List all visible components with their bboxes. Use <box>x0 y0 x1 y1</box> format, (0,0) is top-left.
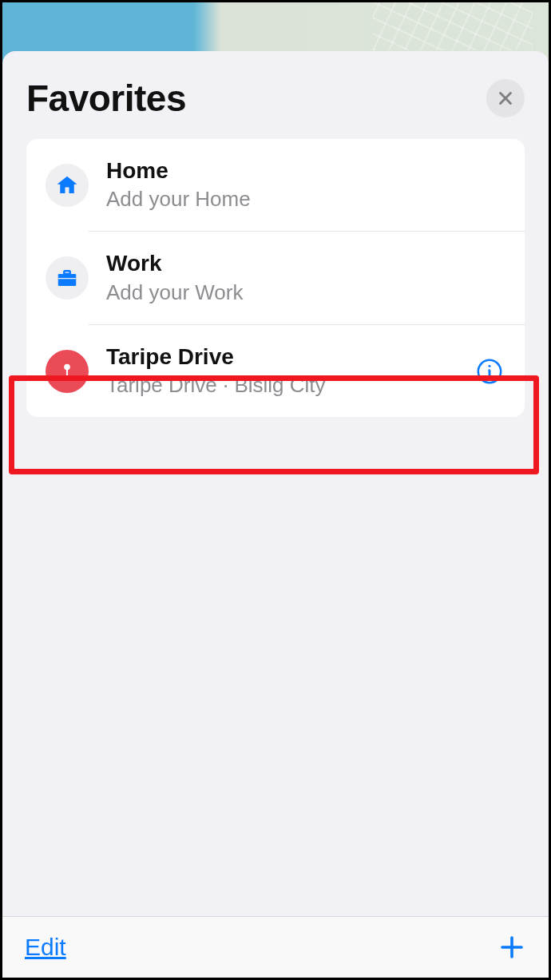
favorite-row-text: Taripe Drive Taripe Drive · Bislig City <box>106 343 456 399</box>
favorite-row-home[interactable]: Home Add your Home <box>26 139 525 231</box>
info-button[interactable] <box>474 355 505 387</box>
edit-button[interactable]: Edit <box>25 934 66 961</box>
favorite-title: Taripe Drive <box>106 343 456 371</box>
page-title: Favorites <box>26 77 186 120</box>
pin-icon <box>46 350 89 393</box>
sheet-header: Favorites <box>2 51 549 139</box>
favorite-title: Work <box>106 249 505 278</box>
favorite-title: Home <box>106 157 505 185</box>
favorites-sheet: Favorites Home Add your Home <box>2 51 549 916</box>
close-button[interactable] <box>486 79 525 117</box>
favorites-list: Home Add your Home Work Add your Work <box>26 139 525 417</box>
favorite-subtitle: Add your Work <box>106 279 505 307</box>
home-icon <box>46 164 89 207</box>
svg-point-10 <box>488 364 490 367</box>
favorite-row-text: Work Add your Work <box>106 249 505 306</box>
svg-rect-3 <box>64 271 70 274</box>
svg-rect-6 <box>66 368 68 379</box>
favorite-subtitle: Taripe Drive · Bislig City <box>106 371 456 399</box>
info-icon <box>476 358 503 385</box>
favorite-row-taripe-drive[interactable]: Taripe Drive Taripe Drive · Bislig City <box>26 325 525 417</box>
svg-rect-2 <box>58 274 77 286</box>
bottom-toolbar: Edit <box>2 916 549 978</box>
close-icon <box>497 89 514 107</box>
favorite-row-work[interactable]: Work Add your Work <box>26 232 525 323</box>
svg-rect-4 <box>58 278 77 279</box>
favorite-row-text: Home Add your Home <box>106 157 505 213</box>
favorite-subtitle: Add your Home <box>106 185 505 213</box>
add-button[interactable] <box>497 933 526 962</box>
briefcase-icon <box>46 256 89 300</box>
plus-icon <box>497 933 526 962</box>
